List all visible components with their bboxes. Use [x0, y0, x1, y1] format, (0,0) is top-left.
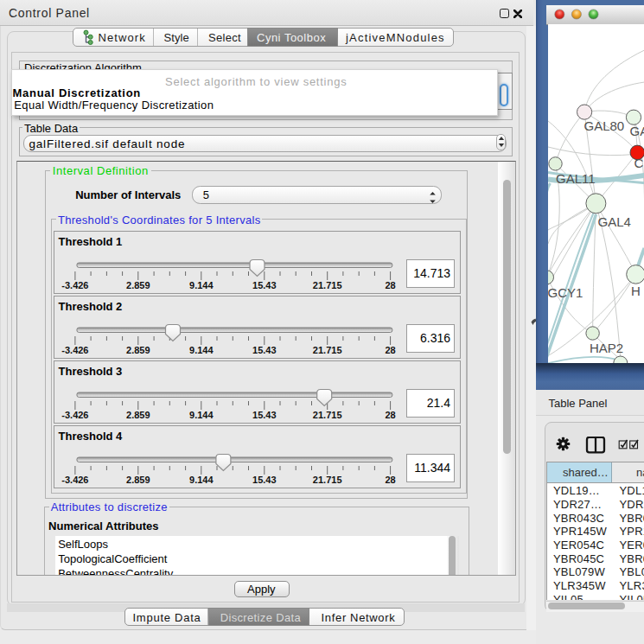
svg-text:28: 28 — [386, 345, 396, 355]
svg-text:9.144: 9.144 — [189, 280, 214, 290]
svg-text:2.859: 2.859 — [126, 280, 150, 290]
svg-text:15.43: 15.43 — [252, 345, 277, 355]
svg-text:GAL80: GAL80 — [583, 118, 624, 133]
svg-text:15.43: 15.43 — [252, 280, 277, 290]
svg-text:21.715: 21.715 — [313, 345, 342, 355]
svg-text:15.43: 15.43 — [252, 410, 277, 420]
svg-text:9.144: 9.144 — [189, 410, 214, 420]
svg-text:28: 28 — [386, 410, 396, 420]
svg-text:2.859: 2.859 — [126, 475, 150, 485]
svg-text:GAL11: GAL11 — [556, 171, 596, 186]
svg-text:GA: GA — [629, 124, 644, 138]
svg-text:28: 28 — [386, 475, 396, 485]
svg-text:GAL4: GAL4 — [597, 214, 630, 229]
svg-text:-3.426: -3.426 — [61, 475, 88, 485]
svg-text:GCY1: GCY1 — [548, 285, 583, 300]
svg-text:-3.426: -3.426 — [61, 280, 88, 290]
svg-text:-3.426: -3.426 — [61, 345, 88, 355]
svg-text:C: C — [634, 156, 643, 170]
svg-text:H: H — [631, 284, 641, 298]
svg-text:21.715: 21.715 — [313, 410, 342, 420]
svg-text:21.715: 21.715 — [313, 475, 342, 485]
svg-text:HAP2: HAP2 — [590, 341, 623, 355]
svg-text:15.43: 15.43 — [252, 475, 277, 485]
svg-text:21.715: 21.715 — [313, 280, 342, 290]
svg-text:2.859: 2.859 — [126, 345, 150, 355]
svg-text:9.144: 9.144 — [189, 345, 214, 355]
svg-text:2.859: 2.859 — [126, 410, 150, 420]
svg-text:28: 28 — [386, 280, 396, 290]
svg-text:-3.426: -3.426 — [61, 410, 88, 420]
svg-text:9.144: 9.144 — [189, 475, 214, 485]
